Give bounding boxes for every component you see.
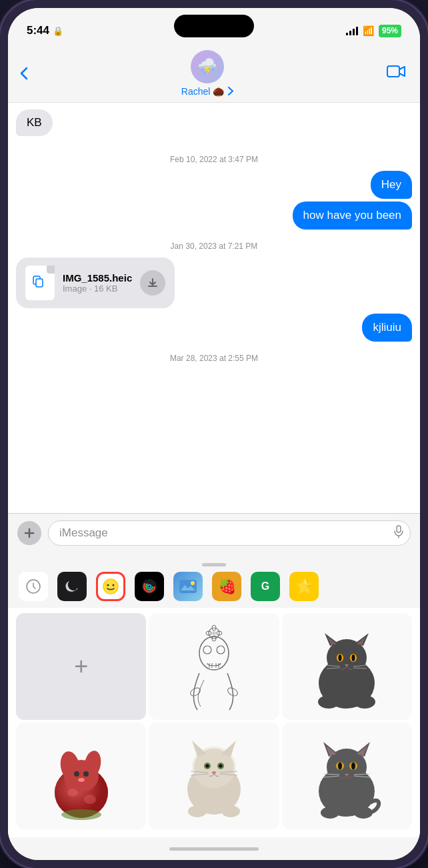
battery-percentage: 95% (382, 26, 398, 35)
app-icon-grammarly[interactable]: G (251, 572, 280, 601)
svg-point-59 (205, 765, 209, 768)
message-bubble-kb: KB (16, 109, 53, 136)
app-icon-fruit[interactable]: 🍓 (212, 572, 241, 601)
video-call-button[interactable] (387, 65, 405, 82)
signal-bar-3 (353, 29, 355, 35)
scroll-handle (202, 563, 226, 566)
message-row: how have you been (16, 201, 412, 230)
svg-point-33 (339, 655, 342, 661)
svg-point-18 (212, 631, 216, 635)
sticker-tattoo[interactable] (149, 613, 279, 720)
phone-shell: 5:44 🔒 📶 95% (0, 0, 428, 868)
grammarly-letter: G (261, 580, 269, 592)
home-bar (169, 847, 259, 851)
app-icons-row: 🍓 G ⭐ (8, 568, 420, 608)
fruit-emoji: 🍓 (218, 578, 236, 595)
svg-rect-3 (397, 526, 401, 532)
nav-bar: ⛈️ Rachel 🌰 (8, 44, 420, 103)
svg-point-76 (338, 763, 342, 770)
signal-bar-1 (346, 33, 348, 35)
signal-bars (346, 26, 358, 35)
svg-point-13 (191, 581, 195, 585)
sticker-cat-gray2[interactable] (282, 723, 412, 829)
svg-marker-55 (192, 741, 207, 757)
svg-point-34 (352, 655, 355, 661)
file-corner (47, 266, 55, 274)
dynamic-island (174, 15, 254, 37)
app-icon-activity[interactable] (135, 572, 164, 601)
svg-point-36 (354, 695, 375, 709)
svg-point-23 (189, 687, 202, 698)
status-bar: 5:44 🔒 📶 95% (8, 8, 420, 44)
svg-point-66 (188, 805, 207, 817)
screen: 5:44 🔒 📶 95% (8, 8, 420, 860)
app-icon-more[interactable]: ⭐ (289, 572, 319, 601)
mic-button[interactable] (394, 525, 403, 541)
message-row: Hey (16, 171, 412, 199)
message-bubble-hey: Hey (371, 171, 412, 199)
timestamp: Mar 28, 2023 at 2:55 PM (16, 354, 412, 363)
svg-point-83 (354, 807, 373, 819)
svg-rect-2 (36, 279, 43, 287)
svg-point-77 (351, 763, 355, 770)
file-icon (25, 266, 55, 300)
message-row: IMG_1585.heic Image · 16 KB (16, 258, 412, 311)
svg-point-5 (103, 579, 118, 594)
message-row: kjliuiu (16, 314, 412, 342)
svg-point-6 (107, 584, 109, 586)
status-right: 📶 95% (346, 25, 401, 37)
svg-point-7 (113, 584, 115, 586)
svg-point-47 (83, 771, 89, 777)
status-time: 5:44 🔒 (27, 24, 63, 37)
messages-area[interactable]: KB Feb 10, 2022 at 3:47 PM Hey how have … (8, 103, 420, 513)
add-sticker-cell[interactable]: + (16, 613, 146, 720)
lock-icon: 🔒 (53, 26, 63, 36)
message-bubble-howhaveyoubeen: how have you been (293, 201, 412, 230)
filename: IMG_1585.heic (63, 272, 132, 284)
timestamp: Feb 10, 2022 at 3:47 PM (16, 155, 412, 164)
app-icon-emoji[interactable] (96, 572, 125, 601)
app-icon-recent[interactable] (19, 572, 48, 601)
sticker-cat-dark[interactable] (282, 613, 412, 720)
svg-point-45 (64, 760, 99, 792)
avatar-emoji: ⛈️ (197, 57, 217, 76)
attachment-bubble[interactable]: IMG_1585.heic Image · 16 KB (16, 258, 175, 308)
svg-point-16 (217, 646, 225, 654)
battery-indicator: 95% (379, 25, 401, 37)
svg-point-61 (212, 771, 216, 774)
file-meta: Image · 16 KB (63, 284, 132, 294)
message-input[interactable]: iMessage (48, 520, 411, 546)
home-indicator (8, 837, 420, 860)
file-info: IMG_1585.heic Image · 16 KB (63, 272, 132, 294)
contact-name: Rachel 🌰 (181, 86, 233, 97)
signal-bar-2 (349, 31, 351, 35)
input-placeholder: iMessage (59, 526, 108, 540)
sticker-bunny-pink[interactable] (16, 723, 146, 829)
svg-point-46 (74, 771, 79, 777)
timestamp: Jan 30, 2023 at 7:21 PM (16, 242, 412, 251)
sticker-cat-fluffy[interactable] (149, 723, 279, 829)
message-row: KB (16, 109, 412, 143)
app-icon-moon[interactable] (57, 572, 87, 601)
add-attachment-button[interactable] (17, 521, 41, 545)
contact-info[interactable]: ⛈️ Rachel 🌰 (181, 50, 233, 97)
svg-point-50 (84, 795, 96, 804)
svg-marker-56 (221, 741, 236, 757)
svg-point-60 (219, 765, 222, 768)
back-button[interactable] (20, 67, 28, 80)
input-area: iMessage (8, 513, 420, 554)
message-bubble-kjliuiu: kjliuiu (362, 314, 412, 342)
svg-point-49 (67, 789, 78, 797)
plus-icon: + (74, 653, 88, 681)
app-icon-landscape[interactable] (173, 572, 203, 601)
download-button[interactable] (140, 270, 165, 296)
svg-point-15 (203, 646, 211, 654)
svg-point-67 (221, 805, 240, 817)
svg-rect-0 (387, 66, 399, 77)
avatar: ⛈️ (191, 50, 224, 83)
wifi-icon: 📶 (363, 25, 374, 36)
app-drawer: 🍓 G ⭐ + (8, 554, 420, 837)
sticker-grid: + (8, 608, 420, 837)
svg-point-51 (61, 809, 101, 820)
svg-point-35 (318, 695, 339, 709)
